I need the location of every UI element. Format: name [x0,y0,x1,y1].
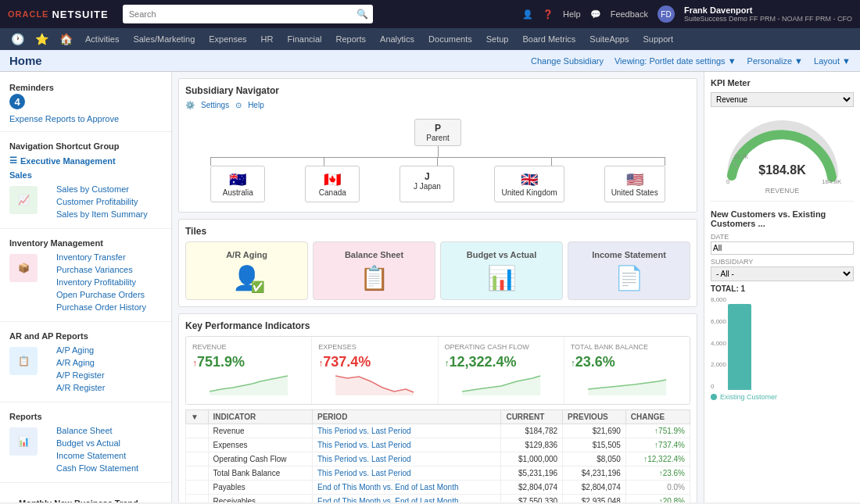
bank-arrow: ↑ [571,358,575,369]
chart-content: 8,000 6,000 4,000 2,000 0 [711,296,854,390]
tree-drops [210,158,665,166]
recent-icon[interactable]: 🕐 [6,33,29,45]
org-us[interactable]: 🇺🇸 United States [604,166,665,202]
kpi-expenses: EXPENSES ↑737.4% [312,337,438,404]
user-name: Frank Davenport [684,5,852,15]
menu-documents[interactable]: Documents [422,34,478,44]
tile-is-icon: 📄 [615,264,643,291]
y-8000: 8,000 [711,296,726,303]
bar-chart: 8,000 6,000 4,000 2,000 0 Existing Custo… [711,296,854,401]
personalize-link[interactable]: Personalize ▼ [747,56,803,66]
search-input[interactable] [123,5,373,23]
menu-setup[interactable]: Setup [480,34,515,44]
menu-expenses[interactable]: Expenses [202,34,253,44]
purchase-variances[interactable]: Purchase Variances [47,263,156,276]
menu-hr[interactable]: HR [255,34,280,44]
td-indicator: Revenue [208,424,312,438]
cash-flow-statement[interactable]: Cash Flow Statement [47,462,148,474]
feedback-label[interactable]: Feedback [611,9,648,19]
inventory-profitability[interactable]: Inventory Profitability [47,276,156,288]
oracle-logo: ORACLE [8,9,48,19]
balance-sheet[interactable]: Balance Sheet [47,424,148,437]
inventory-row: 📦 Inventory Transfer Purchase Variances … [0,249,171,315]
home-icon[interactable]: 🏠 [55,33,77,45]
layout-link[interactable]: Layout ▼ [814,56,851,66]
subsidiary-select[interactable]: - All - [711,266,854,281]
open-purchase-orders[interactable]: Open Purchase Orders [47,288,156,301]
cashflow-sparkline [445,372,557,395]
tile-income-statement[interactable]: Income Statement 📄 [568,241,690,300]
user-icon: 👤 [522,9,533,20]
menu-analytics[interactable]: Analytics [374,34,421,44]
td-expand [186,438,209,452]
td-period: This Period vs. Last Period [313,424,501,438]
org-australia[interactable]: 🇦🇺 Australia [210,166,265,202]
tile-ar-aging[interactable]: A/R Aging 👤✅ [185,241,308,300]
td-previous: $2,935,048 [563,495,626,503]
sub-nav: Home Change Subsidiary Viewing: Portlet … [0,50,860,72]
change-subsidiary-link[interactable]: Change Subsidiary [531,56,604,66]
menu-reports[interactable]: Reports [330,34,373,44]
menu-sales-marketing[interactable]: Sales/Marketing [127,34,201,44]
ap-aging[interactable]: A/P Aging [47,344,114,356]
org-parent-node[interactable]: P Parent [414,119,461,146]
ar-ap-links: A/P Aging A/R Aging A/P Register A/R Reg… [47,344,114,394]
income-statement[interactable]: Income Statement [47,449,148,462]
sales-label[interactable]: Sales [0,169,171,181]
expense-reports-link[interactable]: Expense Reports to Approve [0,113,171,125]
tile-budget-actual[interactable]: Budget vs Actual 📊 [440,241,563,300]
help-link[interactable]: Help [248,101,264,109]
period-link[interactable]: This Period vs. Last Period [317,455,411,463]
help-label[interactable]: Help [563,9,581,19]
drop-1 [210,158,211,166]
period-link[interactable]: End of This Month vs. End of Last Month [317,483,458,491]
menu-board-metrics[interactable]: Board Metrics [516,34,582,44]
table-row: Expenses This Period vs. Last Period $12… [186,438,690,452]
reminders-badge: 4 [9,94,25,109]
existing-customer-bar [728,304,751,390]
cashflow-arrow: ↑ [445,358,450,369]
sales-by-customer[interactable]: Sales by Customer [47,183,157,195]
period-link[interactable]: End of This Month vs. End of Last Month [317,497,458,502]
org-canada[interactable]: 🇨🇦 Canada [305,166,360,202]
favorites-icon[interactable]: ⭐ [30,33,53,45]
uk-label: United Kingdom [501,188,557,197]
period-link[interactable]: This Period vs. Last Period [317,427,411,435]
sales-icon: 📈 [9,186,38,214]
ar-aging[interactable]: A/R Aging [47,356,114,369]
menu-support[interactable]: Support [636,34,679,44]
menu-suiteapps[interactable]: SuiteApps [583,34,635,44]
chat-icon: 💬 [590,9,601,20]
sales-by-item[interactable]: Sales by Item Summary [47,208,157,220]
reports-row: 📊 Balance Sheet Budget vs Actual Income … [0,423,171,476]
main-layout: Reminders 4 Expense Reports to Approve N… [0,72,860,502]
menu-activities[interactable]: Activities [79,34,125,44]
search-bar[interactable]: 🔍 [123,5,373,23]
td-change: ↑20.8% [625,495,690,503]
tile-balance-sheet[interactable]: Balance Sheet 📋 [313,241,435,300]
purchase-order-history[interactable]: Purchase Order History [47,301,156,313]
ar-register[interactable]: A/R Register [47,381,114,394]
settings-link[interactable]: Settings [201,101,229,109]
date-input[interactable] [711,241,854,255]
tile-ar-label: A/R Aging [226,250,267,259]
kpi-portlet: Key Performance Indicators REVENUE ↑751.… [178,313,697,502]
canada-flag: 🇨🇦 [324,171,341,188]
viewing-label[interactable]: Viewing: Portlet date settings ▼ [615,56,736,66]
td-current: $1,000,000 [501,452,563,466]
inventory-transfer[interactable]: Inventory Transfer [47,251,156,263]
customer-profitability[interactable]: Customer Profitability [47,195,157,208]
inventory-section: Inventory Management 📦 Inventory Transfe… [0,234,171,315]
monthly-section: Monthly New Business Trend Monthly 🔲 🔲 📊… [0,488,171,502]
kpi-meter-select[interactable]: Revenue [711,92,854,107]
org-uk[interactable]: 🇬🇧 United Kingdom [494,166,564,202]
kpi-title: Key Performance Indicators [185,320,690,331]
budget-vs-actual[interactable]: Budget vs Actual [47,437,148,449]
exec-mgmt-label[interactable]: ☰ Executive Management [0,152,171,169]
period-link[interactable]: This Period vs. Last Period [317,469,411,477]
period-link[interactable]: This Period vs. Last Period [317,441,411,449]
australia-flag: 🇦🇺 [229,171,246,188]
org-japan[interactable]: J J Japan [400,166,454,202]
ap-register[interactable]: A/P Register [47,369,114,381]
menu-financial[interactable]: Financial [281,34,328,44]
